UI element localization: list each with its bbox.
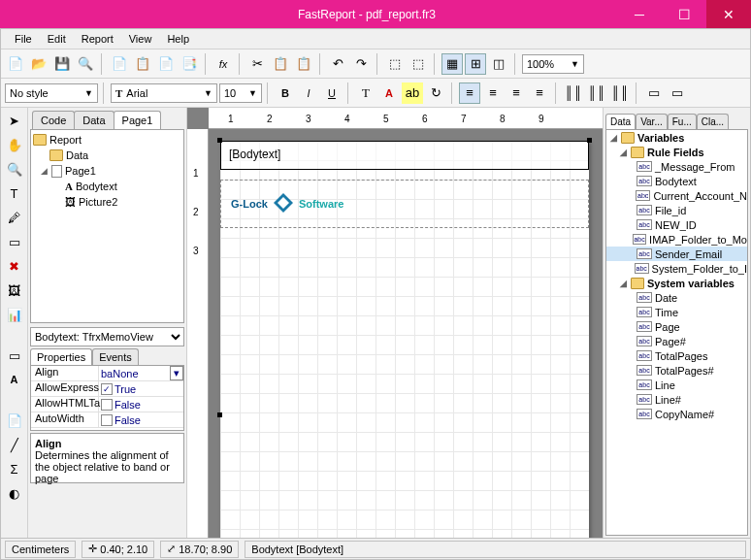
prop-row[interactable]: AlignbaNone▾ [31, 366, 183, 381]
font-color-button[interactable]: A [378, 82, 400, 104]
tab-code[interactable]: Code [32, 111, 75, 129]
resize-handle[interactable] [587, 138, 592, 143]
canvas[interactable]: G-Lock Software [Bodytext] [209, 129, 603, 538]
align-right-button[interactable]: ≡ [506, 82, 527, 104]
ole-tool[interactable]: ◐ [4, 482, 25, 504]
underline-button[interactable]: U [321, 82, 343, 104]
bodytext-object[interactable]: [Bodytext] [220, 141, 589, 170]
tab-page1[interactable]: Page1 [114, 111, 162, 129]
systext-tool[interactable]: 📄 [4, 410, 25, 431]
close-button[interactable]: ✕ [706, 0, 751, 28]
band-handle[interactable] [217, 412, 222, 417]
new-dialog-button[interactable]: 📋 [132, 53, 153, 75]
tree-item[interactable]: abcFile_id [606, 203, 747, 217]
tab-variables[interactable]: Var... [636, 114, 668, 129]
delete-tool[interactable]: ✖ [4, 255, 25, 277]
label-tool[interactable]: A [4, 369, 25, 390]
variables-tree[interactable]: ◢Variables◢Rule Fieldsabc_Message_Fromab… [605, 129, 748, 536]
variables-button[interactable]: fx [212, 53, 234, 75]
tab-data[interactable]: Data [74, 111, 114, 129]
paste-button[interactable]: 📋 [293, 53, 314, 75]
prop-row[interactable]: AllowHTMLTaFalse [31, 397, 183, 412]
tab-classes[interactable]: Cla... [697, 114, 729, 129]
tree-item[interactable]: abcTime [606, 305, 747, 319]
copy-button[interactable]: 📋 [270, 53, 291, 75]
menu-report[interactable]: Report [74, 31, 121, 47]
new-button[interactable]: 📄 [5, 53, 26, 75]
tree-item[interactable]: Data [33, 148, 181, 163]
format-tool[interactable]: 🖉 [4, 207, 25, 228]
style-combo[interactable]: No style▼ [5, 83, 98, 103]
tree-item[interactable]: abcLine# [606, 392, 747, 407]
barcode2-button[interactable]: ║║ [586, 82, 607, 104]
menu-help[interactable]: Help [159, 31, 197, 47]
tree-item[interactable]: abcSender_Email [606, 247, 747, 261]
grid-button[interactable]: ▦ [441, 53, 463, 75]
fit-button[interactable]: ◫ [488, 53, 509, 75]
zoom-tool[interactable]: 🔍 [4, 158, 25, 180]
zoom-combo[interactable]: 100%▼ [522, 54, 584, 74]
logo-band[interactable]: G-Lock Software [220, 180, 589, 228]
barcode1-button[interactable]: ║║ [563, 82, 584, 104]
bold-button[interactable]: B [275, 82, 296, 104]
font-settings-button[interactable]: T [355, 82, 376, 104]
chevron-down-icon[interactable]: ▾ [170, 366, 183, 380]
checkbox[interactable] [101, 414, 113, 426]
align-left-button[interactable]: ≡ [459, 82, 480, 104]
cut-button[interactable]: ✂ [246, 53, 268, 75]
tree-item[interactable]: ◢Page1 [33, 163, 181, 179]
tree-item[interactable]: abcIMAP_Folder_to_Mo [606, 232, 747, 247]
italic-button[interactable]: I [298, 82, 319, 104]
expander-icon[interactable]: ◢ [609, 133, 618, 143]
group-button[interactable]: ⬚ [384, 53, 406, 75]
tree-item[interactable]: ABodytext [33, 179, 181, 194]
expander-icon[interactable]: ◢ [619, 279, 628, 288]
line-tool[interactable]: ╱ [4, 434, 25, 455]
tree-item[interactable]: abcPage [606, 319, 747, 334]
checkbox[interactable] [101, 399, 113, 411]
subreport-tool[interactable]: 📊 [4, 304, 25, 325]
checkbox[interactable]: ✓ [101, 383, 113, 395]
report-tree[interactable]: Report Data ◢Page1 ABodytext 🖼Picture2 [30, 129, 184, 323]
tree-root[interactable]: Report [33, 132, 181, 148]
picture-tool[interactable]: 🖼 [4, 280, 25, 301]
tree-item[interactable]: abcDate [606, 290, 747, 305]
tree-item[interactable]: abcPage# [606, 334, 747, 348]
tree-item[interactable]: 🖼Picture2 [33, 194, 181, 210]
delete-page-button[interactable]: 📄 [155, 53, 177, 75]
tree-item[interactable]: abcCopyName# [606, 407, 747, 421]
highlight-button[interactable]: ab [402, 82, 423, 104]
logo[interactable]: G-Lock Software [221, 181, 588, 225]
tab-events[interactable]: Events [92, 348, 139, 365]
tree-item[interactable]: abcLine [606, 378, 747, 392]
menu-view[interactable]: View [121, 31, 160, 47]
minimize-button[interactable]: ─ [617, 0, 662, 28]
prop-row[interactable]: AllowExpress✓True [31, 381, 183, 397]
tab-properties[interactable]: Properties [30, 348, 92, 365]
align-center-button[interactable]: ≡ [482, 82, 504, 104]
rotate-button[interactable]: ↻ [425, 82, 446, 104]
hand-tool[interactable]: ✋ [4, 134, 25, 155]
new-page-button[interactable]: 📄 [109, 53, 130, 75]
report-page[interactable]: G-Lock Software [Bodytext] [220, 141, 589, 538]
align-justify-button[interactable]: ≡ [529, 82, 550, 104]
menu-file[interactable]: File [7, 31, 40, 47]
resize-handle[interactable] [217, 138, 222, 143]
page-settings-button[interactable]: 📑 [179, 53, 200, 75]
menu-edit[interactable]: Edit [40, 31, 74, 47]
pointer-tool[interactable]: ➤ [4, 110, 25, 131]
font-combo[interactable]: TArial▼ [111, 83, 217, 103]
tree-item[interactable]: abcSystem_Folder_to_I [606, 261, 747, 276]
tree-item[interactable]: abcCurrent_Account_N [606, 188, 747, 203]
save-button[interactable]: 💾 [51, 53, 73, 75]
redo-button[interactable]: ↷ [350, 53, 372, 75]
tab-data-right[interactable]: Data [605, 114, 636, 129]
tab-functions[interactable]: Fu... [668, 114, 697, 129]
sum-tool[interactable]: Σ [4, 458, 25, 479]
tree-item[interactable]: abcBodytext [606, 174, 747, 188]
prop-row[interactable]: AutoWidthFalse [31, 412, 183, 428]
snap-grid-button[interactable]: ⊞ [465, 53, 486, 75]
text-tool[interactable]: T [4, 182, 25, 204]
tree-item[interactable]: abcTotalPages# [606, 363, 747, 378]
ungroup-button[interactable]: ⬚ [408, 53, 429, 75]
